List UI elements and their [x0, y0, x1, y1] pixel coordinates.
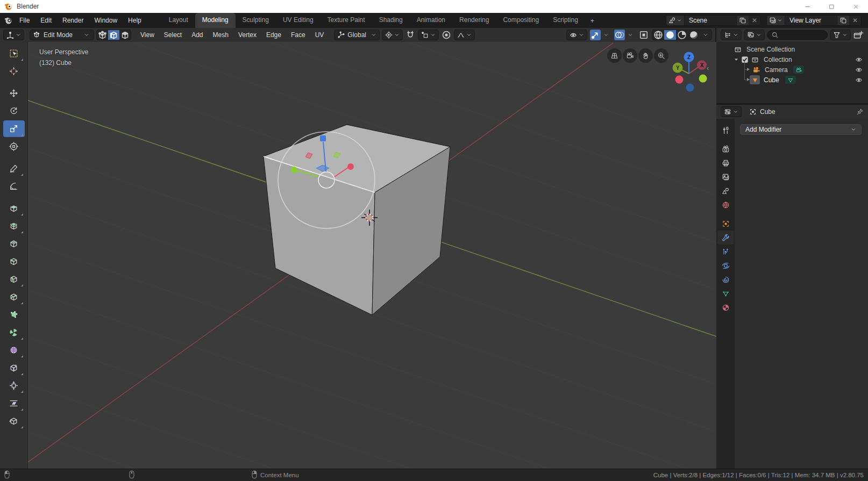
face-select-button[interactable] — [119, 30, 131, 40]
vertex-select-button[interactable] — [97, 30, 108, 40]
tool-inset-faces[interactable] — [3, 235, 25, 252]
outliner-item-label[interactable]: Cube — [764, 76, 779, 84]
menu-file[interactable]: File — [14, 13, 35, 28]
eye-icon[interactable] — [855, 56, 863, 63]
properties-tab-world[interactable] — [717, 198, 734, 212]
axis-neg-y-ball[interactable] — [699, 75, 707, 83]
shading-material-button[interactable] — [676, 30, 688, 40]
workspace-tab-rendering[interactable]: Rendering — [452, 13, 496, 28]
tool-rip-region[interactable] — [3, 413, 25, 429]
menu-edit[interactable]: Edit — [35, 13, 57, 28]
viewport-menu-mesh[interactable]: Mesh — [208, 28, 233, 42]
disclosure-triangle-icon[interactable] — [732, 56, 739, 63]
gizmo-x-handle[interactable] — [291, 167, 297, 173]
tool-shrink-fatten[interactable] — [3, 377, 25, 394]
sidebar-collapse-arrow[interactable]: ‹ — [707, 64, 709, 72]
show-overlays-button[interactable] — [614, 30, 625, 40]
tool-cursor[interactable] — [3, 63, 25, 80]
gizmo-z-handle[interactable] — [320, 135, 326, 141]
outliner-row-camera[interactable]: Camera — [716, 64, 868, 75]
workspace-tab-layout[interactable]: Layout — [162, 13, 195, 28]
tool-knife[interactable] — [3, 289, 25, 305]
outliner-search[interactable] — [767, 30, 828, 40]
eye-icon[interactable] — [855, 66, 863, 74]
properties-tab-object[interactable] — [717, 217, 734, 231]
properties-tab-render[interactable] — [717, 142, 734, 156]
minimize-button[interactable] — [795, 0, 820, 13]
workspace-tab-texture-paint[interactable]: Texture Paint — [321, 13, 372, 28]
outliner-row-scene-collection[interactable]: Scene Collection — [716, 44, 868, 54]
gizmo-options-dropdown[interactable] — [601, 30, 611, 40]
viewport-menu-add[interactable]: Add — [187, 28, 208, 42]
properties-tab-output[interactable] — [717, 156, 734, 170]
remove-view-layer-button[interactable]: ✕ — [849, 17, 861, 24]
outliner-item-label[interactable]: Collection — [764, 56, 792, 63]
axis-neg-z-ball[interactable] — [686, 84, 694, 92]
pin-icon[interactable] — [856, 108, 864, 116]
overlays-options-dropdown[interactable] — [625, 30, 636, 40]
outliner-row-collection[interactable]: Collection — [716, 54, 868, 64]
workspace-tab-modeling[interactable]: Modeling — [195, 13, 236, 28]
viewport-menu-uv[interactable]: UV — [310, 28, 329, 42]
gizmo-y-handle[interactable] — [347, 163, 354, 170]
properties-editor-type-button[interactable] — [721, 106, 742, 117]
properties-tab-object-data[interactable] — [717, 286, 734, 300]
proportional-edit-button[interactable] — [441, 30, 452, 40]
visibility-dropdown[interactable] — [566, 30, 587, 40]
close-button[interactable] — [844, 0, 868, 13]
tool-smooth[interactable] — [3, 342, 25, 358]
outliner-filter-dropdown[interactable] — [830, 30, 851, 40]
show-gizmo-button[interactable] — [590, 30, 601, 40]
tool-rotate[interactable] — [3, 103, 25, 119]
workspace-tab-shading[interactable]: Shading — [372, 13, 410, 28]
xray-toggle-button[interactable] — [638, 30, 649, 40]
view-layer-selector[interactable]: View Layer ✕ — [766, 15, 862, 26]
tool-extrude-region[interactable] — [3, 218, 25, 234]
outliner-item-label[interactable]: Camera — [765, 66, 788, 74]
tool-scale[interactable] — [3, 120, 25, 137]
tool-add-cube[interactable] — [3, 200, 25, 217]
new-collection-button[interactable] — [853, 30, 864, 40]
workspace-tab-compositing[interactable]: Compositing — [496, 13, 546, 28]
view-layer-name[interactable]: View Layer — [785, 17, 837, 24]
properties-tab-modifiers[interactable] — [717, 231, 734, 245]
tool-transform[interactable] — [3, 138, 25, 155]
eye-icon[interactable] — [855, 76, 863, 84]
pivot-dropdown[interactable] — [382, 30, 403, 40]
falloff-dropdown[interactable] — [454, 30, 475, 40]
snap-settings-dropdown[interactable] — [418, 30, 439, 40]
shading-solid-button[interactable] — [664, 30, 676, 40]
outliner-filter-id-dropdown[interactable] — [744, 30, 765, 40]
tool-poly-build[interactable] — [3, 306, 25, 323]
snap-toggle-button[interactable] — [405, 30, 416, 40]
outliner-item-label[interactable]: Scene Collection — [746, 46, 795, 53]
shading-options-dropdown[interactable] — [700, 30, 712, 40]
tool-loop-cut[interactable] — [3, 271, 25, 288]
mesh-data-icon[interactable] — [785, 76, 796, 84]
tool-select-box[interactable] — [3, 45, 25, 62]
outliner-search-input[interactable] — [781, 31, 819, 39]
axis-neg-x-ball[interactable] — [675, 76, 684, 84]
shading-rendered-button[interactable] — [688, 30, 700, 40]
workspace-tab-uv-editing[interactable]: UV Editing — [276, 13, 321, 28]
menu-render[interactable]: Render — [57, 13, 89, 28]
edge-select-button[interactable] — [108, 30, 119, 40]
viewport-menu-view[interactable]: View — [136, 28, 159, 42]
perspective-toggle-button[interactable] — [607, 48, 622, 63]
viewport-menu-face[interactable]: Face — [286, 28, 310, 42]
shading-wireframe-button[interactable] — [652, 30, 664, 40]
cube-mesh[interactable] — [264, 125, 450, 315]
tool-move[interactable] — [3, 85, 25, 102]
properties-tab-constraints[interactable] — [717, 272, 734, 286]
menu-window[interactable]: Window — [89, 13, 123, 28]
tool-bevel[interactable] — [3, 253, 25, 270]
workspace-tab-scripting[interactable]: Scripting — [546, 13, 585, 28]
outliner-row-cube[interactable]: Cube — [716, 75, 868, 85]
viewport-menu-vertex[interactable]: Vertex — [233, 28, 261, 42]
properties-tab-view-layer[interactable] — [717, 170, 734, 184]
properties-tab-material[interactable] — [717, 300, 734, 314]
properties-tab-tool[interactable] — [717, 123, 734, 137]
mode-dropdown[interactable]: Edit Mode — [30, 30, 94, 40]
copy-view-layer-button[interactable] — [837, 16, 849, 25]
copy-scene-button[interactable] — [736, 16, 749, 25]
